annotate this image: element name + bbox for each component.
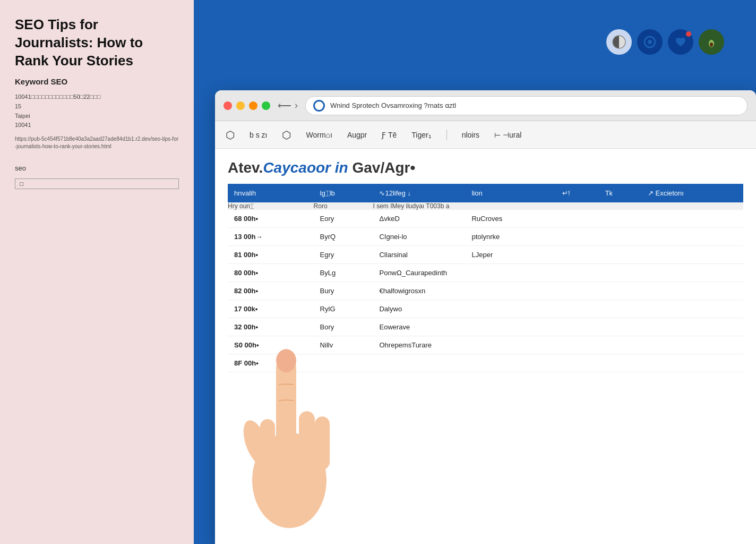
cell-col2: ΔvkeD xyxy=(373,210,465,228)
cell-col3: LJeper xyxy=(465,246,556,264)
cell-col2: CIgnei-lo xyxy=(373,228,465,246)
nav-item-augpr[interactable]: Augpr xyxy=(347,131,367,139)
col-header-arrow: ↵! xyxy=(556,184,599,202)
cell-num: 17 00k• xyxy=(228,300,314,318)
cell-col1: RylG xyxy=(314,300,373,318)
address-text: Wnind Sprotech Ovsamroxing ?rnats ɑztl xyxy=(330,101,456,109)
cell-num: S0 00h• xyxy=(228,336,314,354)
col-header-12lifeg: ∿12lifeg ↓ xyxy=(373,184,465,202)
table-row: 81 00h• Egry Cllarsinal LJeper xyxy=(228,246,743,264)
main-area: ⟵ › Wnind Sprotech Ovsamroxing ?rnats ɑz… xyxy=(194,0,756,544)
svg-point-4 xyxy=(648,40,652,44)
subheader-roro: Roro xyxy=(314,202,373,210)
cell-col2: Eowerave xyxy=(373,318,743,336)
article-category: Keyword SEO xyxy=(15,77,179,86)
nav-item-fte[interactable]: Ƒ Tē xyxy=(382,131,397,139)
nav-item-wormd[interactable]: Worm⌂ı xyxy=(306,131,332,139)
browser-chrome: ⟵ › Wnind Sprotech Ovsamroxing ?rnats ɑz… xyxy=(215,90,756,121)
tag-box[interactable]: □ xyxy=(15,178,179,189)
nav-icon-hexagon[interactable]: ⬡ xyxy=(282,129,291,141)
icon-heart-red-dot[interactable] xyxy=(668,29,693,55)
cell-col2: €halfowigrosxn xyxy=(373,282,743,300)
address-circle-icon xyxy=(313,100,325,112)
traffic-lights xyxy=(224,101,270,110)
table-row: S0 00h• Nillv OhrepemsTurare xyxy=(228,336,743,354)
col-header-lion: lion xyxy=(465,184,556,202)
cell-col2: Dalywo xyxy=(373,300,743,318)
sidebar-meta: 10041□□□□□□□□□□□□50□22□□□ 15 Taipei 1004… xyxy=(15,92,179,130)
icon-half-circle[interactable] xyxy=(606,29,632,55)
top-icons-bar xyxy=(606,29,724,55)
cell-col1: Egry xyxy=(314,246,373,264)
tag-label: seo xyxy=(15,164,179,172)
cell-num: 82 00h• xyxy=(228,282,314,300)
table-row: 8F 00h• xyxy=(228,354,743,372)
page-heading: Atev.Caycaoor in Gav/Agr• xyxy=(228,159,743,176)
browser-navbar: ⬡ b s zı ⬡ Worm⌂ı Augpr Ƒ Tē Tiger₁ nloi… xyxy=(215,121,756,149)
icon-avocado[interactable] xyxy=(699,29,724,55)
nav-icon-cp[interactable]: ⬡ xyxy=(226,129,235,141)
cell-num: 13 00h→ xyxy=(228,228,314,246)
cell-col2: OhrepemsTurare xyxy=(373,336,743,354)
article-title: SEO Tips for Journalists: How to Rank Yo… xyxy=(15,16,179,70)
cell-col2 xyxy=(373,354,743,372)
address-bar[interactable]: Wnind Sprotech Ovsamroxing ?rnats ɑztl xyxy=(305,96,748,115)
table-row: 17 00k• RylG Dalywo xyxy=(228,300,743,318)
nav-item-bszi[interactable]: b s zı xyxy=(250,131,267,139)
meta-line3: Taipei xyxy=(15,113,30,119)
nav-buttons: ⟵ › xyxy=(278,100,298,112)
nav-item-tiger[interactable]: Tiger₁ xyxy=(411,131,431,139)
table-row: 82 00h• Bury €halfowigrosxn xyxy=(228,282,743,300)
svg-point-7 xyxy=(710,42,713,47)
cell-num: 80 00h• xyxy=(228,264,314,282)
table-row: 32 00h• Bory Eowerave xyxy=(228,318,743,336)
nav-separator xyxy=(446,130,447,140)
article-url: https://pub-5c454f571b8e40a3a2aad27ade84… xyxy=(15,135,179,150)
cell-num: 32 00h• xyxy=(228,318,314,336)
col-header-hnvalih: hnvalih xyxy=(228,184,314,202)
meta-line2: 15 xyxy=(15,103,21,109)
cell-col1: Bury xyxy=(314,282,373,300)
browser-window: ⟵ › Wnind Sprotech Ovsamroxing ?rnats ɑz… xyxy=(215,90,756,544)
traffic-yellow[interactable] xyxy=(236,101,245,110)
cell-col2: Cllarsinal xyxy=(373,246,465,264)
cell-col1: Bory xyxy=(314,318,373,336)
cell-col2: PonwΩ_Caurapedinth xyxy=(373,264,743,282)
meta-line4: 10041 xyxy=(15,122,31,128)
traffic-red[interactable] xyxy=(224,101,232,110)
col-header-lglb: lg⌶lb xyxy=(314,184,373,202)
nav-item-nloirs[interactable]: nloirs xyxy=(462,131,479,139)
cell-col1: ByLg xyxy=(314,264,373,282)
traffic-orange[interactable] xyxy=(249,101,257,110)
col-header-tk: Tk xyxy=(599,184,641,202)
cell-num: 8F 00h• xyxy=(228,354,314,372)
cell-col1 xyxy=(314,354,373,372)
col-header-excietonl: ↗ Excietonı xyxy=(641,184,743,202)
nav-forward-icon[interactable]: › xyxy=(295,100,298,111)
table-row: 80 00h• ByLg PonwΩ_Caurapedinth xyxy=(228,264,743,282)
cell-col1: Eory xyxy=(314,210,373,228)
cell-num: 68 00h• xyxy=(228,210,314,228)
table-row: 68 00h• Eory ΔvkeD RuCroves xyxy=(228,210,743,228)
data-table: hnvalih lg⌶lb ∿12lifeg ↓ lion ↵! Tk ↗ Ex… xyxy=(228,184,743,372)
cell-col1: ByrQ xyxy=(314,228,373,246)
subheader-detail: I sem IMey iludyaı T003b a xyxy=(373,202,743,210)
table-row: 13 00h→ ByrQ CIgnei-lo ptolynrke xyxy=(228,228,743,246)
cell-col1: Nillv xyxy=(314,336,373,354)
meta-line1: 10041□□□□□□□□□□□□50□22□□□ xyxy=(15,94,100,100)
traffic-green[interactable] xyxy=(262,101,270,110)
sidebar: SEO Tips for Journalists: How to Rank Yo… xyxy=(0,0,194,544)
cell-num: 81 00h• xyxy=(228,246,314,264)
subheader-hryoun: Hry oun⌶ xyxy=(228,202,314,210)
nav-item-ural[interactable]: ⊢ ⊣ural xyxy=(494,131,521,139)
cell-col3: ptolynrke xyxy=(465,228,556,246)
nav-back-icon[interactable]: ⟵ xyxy=(278,100,291,112)
page-heading-text: Atev.Caycaoor in Gav/Agr• xyxy=(228,159,415,176)
browser-content: Atev.Caycaoor in Gav/Agr• hnvalih lg⌶lb … xyxy=(215,149,756,383)
icon-circle-outline[interactable] xyxy=(637,29,663,55)
cell-col3: RuCroves xyxy=(465,210,556,228)
